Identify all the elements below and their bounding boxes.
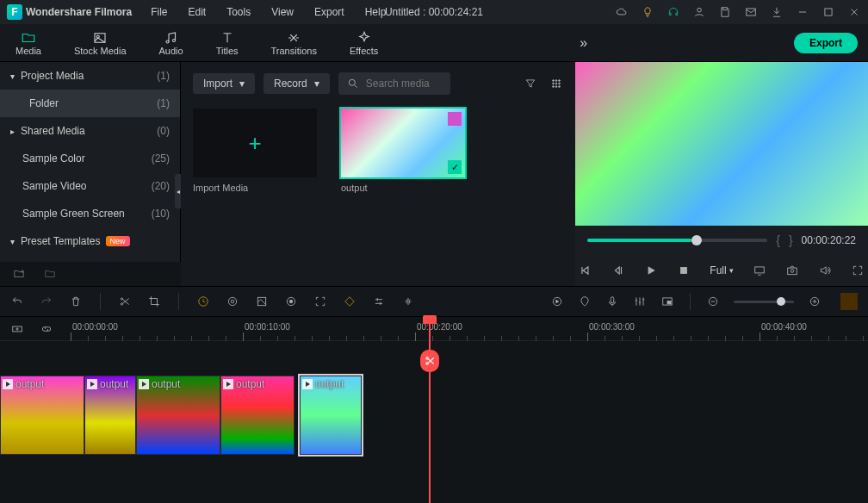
speed-icon[interactable]	[196, 295, 210, 308]
folder-add-icon[interactable]	[12, 267, 26, 281]
timeline-clip[interactable]: output	[0, 376, 84, 455]
scissors-icon[interactable]	[420, 350, 439, 372]
fullscreen-icon[interactable]	[851, 264, 865, 277]
menu-export[interactable]: Export	[306, 4, 353, 20]
sidebar-item-sample-color[interactable]: Sample Color(25)	[0, 145, 180, 172]
motion-tracking-icon[interactable]	[284, 295, 298, 308]
auto-reframe-icon[interactable]	[313, 295, 327, 308]
export-button[interactable]: Export	[794, 33, 858, 53]
chevron-down-icon: ▾	[314, 78, 319, 90]
marker-icon[interactable]	[578, 295, 592, 308]
preview-viewport[interactable]	[575, 62, 868, 226]
pip-icon[interactable]	[660, 295, 674, 308]
tab-stock[interactable]: Stock Media	[69, 27, 132, 59]
maximize-icon[interactable]	[822, 5, 835, 19]
svg-point-36	[426, 357, 428, 359]
sidebar-item-project-media[interactable]: ▾Project Media(1)	[0, 62, 180, 90]
mail-icon[interactable]	[744, 5, 758, 19]
new-badge: New	[106, 236, 130, 246]
display-icon[interactable]	[753, 264, 766, 277]
panel-drag-handle[interactable]: ◂	[175, 174, 181, 208]
svg-rect-32	[667, 301, 671, 304]
step-back-icon[interactable]	[611, 264, 625, 277]
tab-titles[interactable]: Titles	[211, 27, 244, 59]
render-icon[interactable]	[550, 295, 564, 308]
timeline-clip[interactable]: output	[136, 376, 220, 455]
playhead[interactable]	[429, 317, 431, 503]
sidebar-item-sample-video[interactable]: Sample Video(20)	[0, 172, 180, 200]
volume-icon[interactable]	[818, 264, 832, 277]
svg-point-15	[555, 86, 557, 88]
svg-point-13	[559, 83, 561, 84]
quality-dropdown[interactable]: Full▾	[710, 264, 733, 276]
mark-in-icon[interactable]: {	[776, 233, 780, 247]
audio-icon[interactable]	[401, 295, 415, 308]
prev-frame-icon[interactable]	[579, 264, 592, 277]
keyframe-icon[interactable]	[343, 295, 356, 308]
download-icon[interactable]	[770, 5, 784, 19]
record-dropdown[interactable]: Record▾	[264, 73, 330, 94]
menu-edit[interactable]: Edit	[179, 4, 214, 20]
mark-out-icon[interactable]: }	[789, 233, 793, 247]
timeline-clip-selected[interactable]: output	[300, 376, 362, 455]
folder-icon[interactable]	[43, 267, 57, 281]
play-icon	[87, 379, 97, 389]
media-clip-output[interactable]: ✓ output	[341, 109, 465, 193]
filter-icon[interactable]	[524, 77, 537, 90]
sidebar-item-folder[interactable]: Folder(1)	[0, 90, 180, 117]
snapshot-icon[interactable]	[785, 264, 799, 277]
link-icon[interactable]	[40, 322, 53, 336]
sidebar-item-shared-media[interactable]: ▸Shared Media(0)	[0, 117, 180, 145]
timeline-clip[interactable]: output	[84, 376, 136, 455]
adjust-icon[interactable]	[372, 295, 386, 308]
play-icon	[302, 379, 313, 389]
stop-icon[interactable]	[677, 264, 691, 277]
checkmark-icon: ✓	[448, 160, 462, 174]
timeline-toolbar	[0, 286, 868, 317]
close-icon[interactable]	[847, 5, 861, 19]
crop-icon[interactable]	[147, 295, 161, 308]
user-icon[interactable]	[692, 5, 706, 19]
tab-audio[interactable]: Audio	[154, 27, 189, 59]
tab-transitions[interactable]: Transitions	[266, 27, 322, 59]
menu-tools[interactable]: Tools	[218, 4, 259, 20]
zoom-fit-icon[interactable]	[840, 293, 858, 310]
split-icon[interactable]	[118, 295, 132, 308]
bulb-icon[interactable]	[641, 5, 654, 19]
undo-icon[interactable]	[10, 295, 24, 308]
headphones-icon[interactable]	[666, 5, 680, 19]
svg-point-12	[555, 83, 557, 84]
green-screen-icon[interactable]	[255, 295, 269, 308]
menu-view[interactable]: View	[263, 4, 302, 20]
import-dropdown[interactable]: Import▾	[193, 73, 255, 94]
add-track-icon[interactable]	[10, 322, 24, 336]
delete-icon[interactable]	[69, 295, 83, 308]
cloud-icon[interactable]	[615, 5, 629, 19]
color-icon[interactable]	[226, 295, 239, 308]
media-panel: ◂ Import▾ Record▾ + Import Media ✓	[181, 62, 575, 286]
sidebar-item-preset-templates[interactable]: ▾Preset TemplatesNew	[0, 227, 180, 255]
search-media[interactable]	[338, 72, 450, 95]
mixer-icon[interactable]	[633, 295, 647, 308]
tab-effects[interactable]: Effects	[344, 27, 383, 59]
more-tabs-icon[interactable]: »	[580, 35, 587, 51]
redo-icon[interactable]	[40, 295, 53, 308]
voice-icon[interactable]	[605, 295, 619, 308]
save-icon[interactable]	[718, 5, 732, 19]
import-media-tile[interactable]: + Import Media	[193, 109, 317, 193]
play-icon[interactable]	[644, 264, 658, 277]
search-input[interactable]	[366, 78, 442, 90]
preview-slider[interactable]	[587, 239, 767, 242]
timeline-clip[interactable]: output	[220, 376, 294, 455]
svg-rect-19	[787, 268, 797, 275]
zoom-slider[interactable]	[734, 301, 794, 303]
tab-media[interactable]: Media	[10, 27, 46, 59]
sidebar-item-sample-green-screen[interactable]: Sample Green Screen(10)	[0, 200, 180, 227]
minimize-icon[interactable]	[796, 5, 809, 19]
menu-file[interactable]: File	[142, 4, 176, 20]
svg-point-28	[289, 300, 293, 303]
grid-view-icon[interactable]	[549, 77, 563, 90]
zoom-out-icon[interactable]	[706, 295, 720, 308]
zoom-in-icon[interactable]	[808, 295, 822, 308]
svg-point-24	[228, 297, 236, 305]
